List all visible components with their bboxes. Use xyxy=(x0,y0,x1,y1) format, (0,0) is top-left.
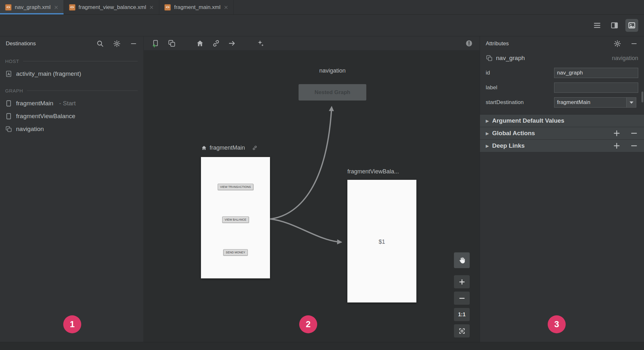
nested-graph-title-text: navigation xyxy=(319,67,345,74)
sparkle-icon xyxy=(256,39,265,48)
zoom-reset-button[interactable]: 1:1 xyxy=(454,308,470,321)
section-title: Deep Links xyxy=(492,142,525,149)
section-title: Global Actions xyxy=(492,130,535,137)
host-label-text: HOST xyxy=(5,58,19,64)
start-destination-dropdown[interactable]: fragmentMain xyxy=(554,97,636,108)
tab-fragment-main-xml[interactable]: fragment_main.xml xyxy=(159,0,234,14)
balance-text: $1 xyxy=(347,239,416,245)
attributes-settings-button[interactable] xyxy=(613,39,622,48)
auto-arrange-button[interactable] xyxy=(256,39,265,48)
id-label: id xyxy=(486,70,490,76)
section-global-actions[interactable]: ▶ Global Actions xyxy=(480,127,644,139)
home-icon xyxy=(201,145,207,151)
destination-label: activity_main (fragment) xyxy=(16,70,81,77)
split-view-button[interactable] xyxy=(608,19,621,32)
attr-row-id: id xyxy=(480,66,644,80)
new-destination-button[interactable] xyxy=(152,39,160,48)
selected-component-row: nav_graph navigation xyxy=(480,51,644,66)
assign-start-button[interactable] xyxy=(196,39,204,48)
destination-label: fragmentMain xyxy=(16,100,53,107)
activity-icon xyxy=(5,70,12,77)
attributes-panel: Attributes nav_graph navigation id xyxy=(480,36,644,342)
tab-label: fragment_view_balance.xml xyxy=(79,4,146,11)
remove-deep-link-button[interactable] xyxy=(630,142,638,150)
zoom-in-button[interactable] xyxy=(454,275,470,288)
xml-file-icon xyxy=(69,4,75,11)
tab-label: nav_graph.xml xyxy=(15,4,51,11)
image-icon xyxy=(628,21,636,30)
annotation-circle-2: 2 xyxy=(299,315,317,333)
close-icon[interactable] xyxy=(54,5,58,10)
graph-canvas[interactable]: navigation Nested Graph fragmentMain VIE… xyxy=(144,51,480,342)
close-icon[interactable] xyxy=(224,5,228,10)
attributes-title: Attributes xyxy=(486,40,509,47)
arrow-right-icon xyxy=(228,39,236,48)
scrollbar-thumb[interactable] xyxy=(641,92,643,102)
add-deep-link-button[interactable] xyxy=(613,142,621,150)
start-destination-label: startDestination xyxy=(486,99,524,106)
fragment-view-balance-title[interactable]: fragmentViewBala... xyxy=(347,168,399,175)
fragment-view-balance-preview[interactable]: $1 xyxy=(347,180,416,302)
remove-global-action-button[interactable] xyxy=(630,129,638,137)
start-destination-value: fragmentMain xyxy=(554,99,626,106)
zoom-controls: 1:1 xyxy=(454,252,470,341)
divider xyxy=(27,91,138,91)
link-icon xyxy=(212,39,220,48)
android-studio-window: nav_graph.xml fragment_view_balance.xml … xyxy=(0,0,644,350)
split-view-icon xyxy=(610,21,619,30)
id-field[interactable] xyxy=(554,68,638,78)
minus-icon xyxy=(631,40,637,47)
pan-tool-button[interactable] xyxy=(454,252,470,268)
graph-section-label: GRAPH xyxy=(0,84,144,97)
label-field[interactable] xyxy=(554,83,638,93)
fragment-main-title-text: fragmentMain xyxy=(210,144,245,151)
section-deep-links[interactable]: ▶ Deep Links xyxy=(480,139,644,152)
action-arrow-button[interactable] xyxy=(228,39,236,48)
nested-graph-node[interactable]: Nested Graph xyxy=(299,84,366,101)
tab-fragment-view-balance-xml[interactable]: fragment_view_balance.xml xyxy=(64,0,160,14)
annotation-circle-1: 1 xyxy=(63,315,81,333)
destinations-header: Destinations xyxy=(0,36,144,51)
destination-item-fragment-view-balance[interactable]: fragmentViewBalance xyxy=(0,110,144,123)
attributes-header: Attributes xyxy=(480,36,644,51)
chevron-down-icon xyxy=(626,98,636,107)
host-section-label: HOST xyxy=(0,55,144,67)
send-money-button: SEND MONEY xyxy=(223,249,248,256)
fragment-main-title[interactable]: fragmentMain xyxy=(201,144,257,151)
zoom-to-fit-button[interactable] xyxy=(454,324,470,337)
destination-item-activity-main[interactable]: activity_main (fragment) xyxy=(0,67,144,80)
deep-link-button[interactable] xyxy=(212,39,220,48)
destinations-panel: Destinations HOST xyxy=(0,36,144,342)
collapsed-triangle-icon: ▶ xyxy=(486,144,489,148)
code-view-button[interactable] xyxy=(591,19,604,32)
gear-icon xyxy=(113,40,121,48)
view-balance-button: VIEW BALANCE xyxy=(222,216,249,223)
warnings-button[interactable] xyxy=(465,39,473,48)
status-bar xyxy=(0,342,644,350)
hide-attributes-button[interactable] xyxy=(630,39,638,48)
search-button[interactable] xyxy=(96,39,104,48)
tab-nav-graph-xml[interactable]: nav_graph.xml xyxy=(0,0,64,14)
design-view-button[interactable] xyxy=(625,19,638,32)
editor-mode-bar xyxy=(0,15,644,36)
section-argument-default-values[interactable]: ▶ Argument Default Values xyxy=(480,114,644,127)
add-destination-icon xyxy=(152,39,160,48)
main-content: Destinations HOST xyxy=(0,36,644,342)
destination-item-navigation[interactable]: navigation xyxy=(0,123,144,136)
minus-icon xyxy=(631,142,638,149)
zoom-out-button[interactable] xyxy=(454,292,470,305)
gear-icon xyxy=(614,40,621,48)
nested-graph-title: navigation xyxy=(299,67,366,74)
add-global-action-button[interactable] xyxy=(613,129,621,137)
new-nested-graph-button[interactable] xyxy=(168,39,176,48)
fit-screen-icon xyxy=(458,328,466,335)
plus-icon xyxy=(613,130,620,137)
component-type: navigation xyxy=(612,55,638,62)
panel-settings-button[interactable] xyxy=(113,39,121,48)
divider xyxy=(23,61,138,61)
warning-icon xyxy=(465,39,473,48)
fragment-main-preview[interactable]: VIEW TRANSACTIONS VIEW BALANCE SEND MONE… xyxy=(201,157,270,278)
close-icon[interactable] xyxy=(149,5,154,10)
hide-panel-button[interactable] xyxy=(129,39,138,48)
destination-item-fragment-main[interactable]: fragmentMain - Start xyxy=(0,97,144,110)
